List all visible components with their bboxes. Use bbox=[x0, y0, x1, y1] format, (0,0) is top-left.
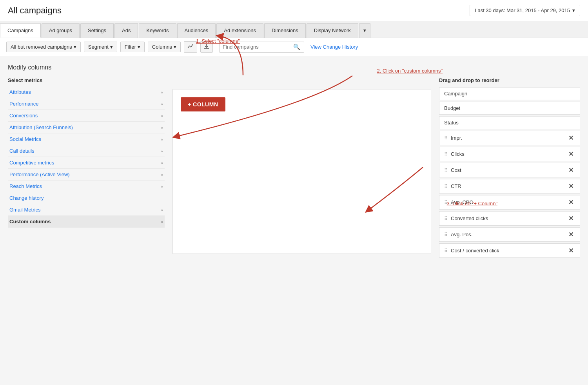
metric-link-conversions[interactable]: Conversions bbox=[9, 113, 38, 119]
download-icon bbox=[204, 44, 209, 49]
draggable-column-ctr[interactable]: ⠿ CTR ✕ bbox=[439, 179, 580, 193]
metric-link-custom: Custom columns bbox=[9, 219, 51, 224]
metric-link-change-history[interactable]: Change history bbox=[9, 195, 44, 201]
tab-display-network[interactable]: Display Network bbox=[307, 23, 358, 38]
metric-link-performance-active[interactable]: Performance (Active View) bbox=[9, 172, 70, 177]
tab-campaigns[interactable]: Campaigns bbox=[0, 23, 41, 38]
metric-item-performance-active[interactable]: Performance (Active View) » bbox=[8, 169, 165, 181]
remove-column-button[interactable]: ✕ bbox=[567, 134, 575, 142]
tab-dimensions[interactable]: Dimensions bbox=[264, 23, 306, 38]
filter-label: Filter bbox=[125, 44, 136, 50]
metric-item-call[interactable]: Call details » bbox=[8, 145, 165, 157]
draggable-column-avg-pos[interactable]: ⠿ Avg. Pos. ✕ bbox=[439, 227, 580, 242]
segment-button[interactable]: Segment ▾ bbox=[84, 42, 117, 52]
date-range-button[interactable]: Last 30 days: Mar 31, 2015 - Apr 29, 201… bbox=[470, 5, 580, 16]
metric-item-conversions[interactable]: Conversions » bbox=[8, 110, 165, 122]
remove-column-button[interactable]: ✕ bbox=[567, 150, 575, 158]
chevron-right-icon: » bbox=[161, 125, 163, 130]
toolbar: All but removed campaigns ▾ Segment ▾ Fi… bbox=[0, 38, 588, 56]
column-label: Avg. Pos. bbox=[451, 232, 567, 237]
chevron-down-icon: ▾ bbox=[110, 44, 113, 50]
fixed-column-campaign: Campaign bbox=[439, 87, 580, 100]
page-header: All campaigns Last 30 days: Mar 31, 2015… bbox=[0, 0, 588, 21]
more-tabs-button[interactable]: ▾ bbox=[359, 23, 370, 38]
metric-link-reach[interactable]: Reach Metrics bbox=[9, 183, 42, 189]
metric-link-call[interactable]: Call details bbox=[9, 148, 34, 154]
drag-drop-panel: Drag and drop to reorder Campaign Budget… bbox=[439, 77, 580, 259]
search-box: 🔍 bbox=[219, 42, 304, 53]
remove-column-button[interactable]: ✕ bbox=[567, 247, 575, 254]
filter-campaigns-label: All but removed campaigns bbox=[11, 44, 72, 50]
nav-tabs: Campaigns Ad groups Settings Ads Keyword… bbox=[0, 21, 588, 38]
drag-drop-title: Drag and drop to reorder bbox=[439, 77, 580, 83]
column-label: Impr. bbox=[451, 135, 567, 141]
drag-handle-icon: ⠿ bbox=[444, 151, 448, 157]
filter-campaigns-button[interactable]: All but removed campaigns ▾ bbox=[6, 42, 81, 52]
tab-ad-extensions[interactable]: Ad extensions bbox=[216, 23, 263, 38]
draggable-column-impr[interactable]: ⠿ Impr. ✕ bbox=[439, 131, 580, 145]
chevron-right-icon: » bbox=[161, 137, 163, 142]
chevron-right-icon: » bbox=[161, 90, 163, 95]
fixed-column-status: Status bbox=[439, 116, 580, 129]
drag-handle-icon: ⠿ bbox=[444, 184, 448, 189]
metric-item-custom[interactable]: Custom columns » bbox=[8, 216, 165, 228]
draggable-column-cost-converted[interactable]: ⠿ Cost / converted click ✕ bbox=[439, 243, 580, 258]
fixed-column-budget: Budget bbox=[439, 102, 580, 115]
metric-item-gmail[interactable]: Gmail Metrics » bbox=[8, 204, 165, 216]
tab-keywords[interactable]: Keywords bbox=[139, 23, 176, 38]
tab-ads[interactable]: Ads bbox=[114, 23, 138, 38]
column-label: Cost bbox=[451, 167, 567, 173]
metric-link-performance[interactable]: Performance bbox=[9, 101, 38, 107]
draggable-column-clicks[interactable]: ⠿ Clicks ✕ bbox=[439, 147, 580, 161]
drag-handle-icon: ⠿ bbox=[444, 216, 448, 221]
column-label: Converted clicks bbox=[451, 215, 567, 221]
remove-column-button[interactable]: ✕ bbox=[567, 182, 575, 190]
remove-column-button[interactable]: ✕ bbox=[567, 231, 575, 238]
drag-handle-icon: ⠿ bbox=[444, 135, 448, 141]
search-input[interactable] bbox=[223, 44, 293, 50]
download-icon-button[interactable] bbox=[200, 41, 213, 53]
metric-link-gmail[interactable]: Gmail Metrics bbox=[9, 207, 40, 213]
modify-columns-title: Modify columns bbox=[8, 64, 580, 71]
remove-column-button[interactable]: ✕ bbox=[567, 166, 575, 174]
chevron-down-icon: ▾ bbox=[138, 44, 140, 50]
metric-item-competitive[interactable]: Competitive metrics » bbox=[8, 157, 165, 169]
draggable-column-converted-clicks[interactable]: ⠿ Converted clicks ✕ bbox=[439, 211, 580, 226]
column-label: CTR bbox=[451, 183, 567, 189]
metric-item-performance[interactable]: Performance » bbox=[8, 98, 165, 110]
chart-icon-button[interactable] bbox=[184, 41, 197, 53]
draggable-column-avg-cpc[interactable]: ⠿ Avg. CPC ✕ bbox=[439, 195, 580, 210]
remove-column-button[interactable]: ✕ bbox=[567, 215, 575, 222]
chevron-right-icon: » bbox=[161, 219, 163, 224]
metric-item-attribution[interactable]: Attribution (Search Funnels) » bbox=[8, 122, 165, 133]
segment-label: Segment bbox=[88, 44, 109, 50]
draggable-column-cost[interactable]: ⠿ Cost ✕ bbox=[439, 163, 580, 177]
metric-link-attribution[interactable]: Attribution (Search Funnels) bbox=[9, 124, 73, 130]
date-range-label: Last 30 days: Mar 31, 2015 - Apr 29, 201… bbox=[475, 7, 570, 13]
metric-link-social[interactable]: Social Metrics bbox=[9, 136, 41, 142]
chevron-right-icon: » bbox=[161, 102, 163, 106]
chevron-right-icon: » bbox=[161, 161, 163, 165]
metric-item-change-history[interactable]: Change history bbox=[8, 192, 165, 204]
remove-column-button[interactable]: ✕ bbox=[567, 199, 575, 206]
chevron-right-icon: » bbox=[161, 113, 163, 118]
metric-item-attributes[interactable]: Attributes » bbox=[8, 86, 165, 98]
tab-settings[interactable]: Settings bbox=[80, 23, 114, 38]
view-change-history-link[interactable]: View Change History bbox=[310, 44, 358, 50]
metric-link-attributes[interactable]: Attributes bbox=[9, 89, 31, 95]
columns-button[interactable]: Columns ▾ bbox=[148, 42, 181, 52]
chevron-right-icon: » bbox=[161, 208, 163, 212]
drag-handle-icon: ⠿ bbox=[444, 248, 448, 254]
search-icon: 🔍 bbox=[293, 44, 301, 51]
add-column-button[interactable]: + COLUMN bbox=[181, 97, 225, 111]
metric-item-social[interactable]: Social Metrics » bbox=[8, 133, 165, 145]
metric-link-competitive[interactable]: Competitive metrics bbox=[9, 160, 54, 166]
custom-columns-panel: 2. Click on "custom columns" + COLUMN 3.… bbox=[172, 89, 431, 254]
tab-ad-groups[interactable]: Ad groups bbox=[42, 23, 80, 38]
filter-button[interactable]: Filter ▾ bbox=[120, 42, 145, 52]
chevron-down-icon: ▾ bbox=[174, 44, 176, 50]
chart-icon bbox=[187, 44, 194, 49]
tab-audiences[interactable]: Audiences bbox=[177, 23, 216, 38]
chevron-right-icon: » bbox=[161, 184, 163, 189]
metric-item-reach[interactable]: Reach Metrics » bbox=[8, 181, 165, 192]
